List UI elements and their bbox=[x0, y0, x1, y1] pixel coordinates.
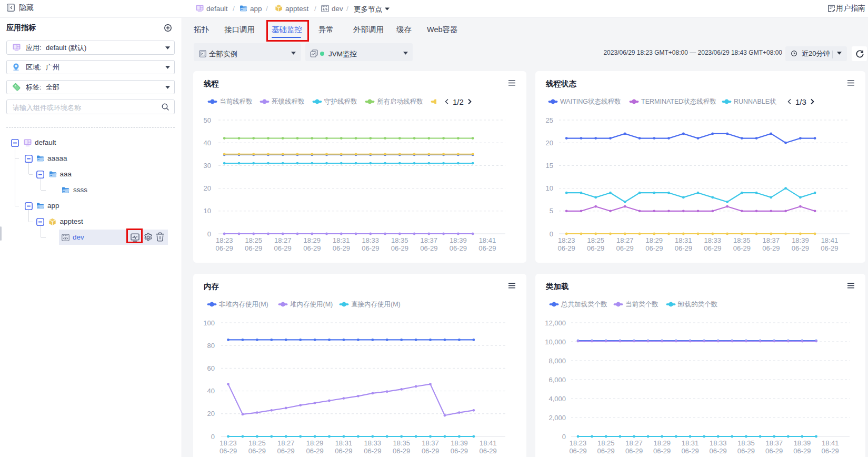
svg-text:06-29: 06-29 bbox=[681, 447, 699, 455]
svg-text:18:29: 18:29 bbox=[653, 439, 671, 447]
svg-text:40: 40 bbox=[207, 387, 215, 395]
svg-text:18:29: 18:29 bbox=[304, 236, 321, 244]
svg-text:06-29: 06-29 bbox=[645, 244, 663, 252]
svg-text:06-29: 06-29 bbox=[303, 244, 321, 252]
svg-text:0: 0 bbox=[211, 433, 215, 441]
svg-text:18:41: 18:41 bbox=[479, 236, 496, 244]
svg-text:06-29: 06-29 bbox=[362, 244, 379, 252]
svg-text:06-29: 06-29 bbox=[480, 447, 497, 455]
svg-text:18:35: 18:35 bbox=[737, 439, 755, 447]
svg-text:06-29: 06-29 bbox=[335, 447, 352, 455]
svg-text:06-29: 06-29 bbox=[277, 447, 295, 455]
svg-text:18:39: 18:39 bbox=[451, 439, 468, 447]
svg-text:18:31: 18:31 bbox=[335, 439, 353, 447]
svg-text:18:41: 18:41 bbox=[821, 236, 839, 244]
svg-text:06-29: 06-29 bbox=[569, 447, 586, 455]
svg-text:18:33: 18:33 bbox=[704, 236, 722, 244]
svg-text:18:39: 18:39 bbox=[794, 439, 811, 447]
svg-text:06-29: 06-29 bbox=[792, 244, 809, 252]
svg-text:06-29: 06-29 bbox=[364, 447, 381, 455]
svg-text:06-29: 06-29 bbox=[765, 447, 783, 455]
svg-text:06-29: 06-29 bbox=[422, 447, 439, 455]
svg-text:06-29: 06-29 bbox=[597, 447, 615, 455]
svg-text:18:23: 18:23 bbox=[570, 439, 587, 447]
svg-text:18:37: 18:37 bbox=[422, 439, 439, 447]
svg-text:20: 20 bbox=[207, 410, 215, 418]
svg-text:06-29: 06-29 bbox=[306, 447, 323, 455]
svg-text:18:33: 18:33 bbox=[364, 439, 382, 447]
svg-text:12,000: 12,000 bbox=[545, 319, 566, 327]
svg-text:20: 20 bbox=[546, 139, 553, 147]
svg-text:18:35: 18:35 bbox=[733, 236, 751, 244]
svg-text:18:29: 18:29 bbox=[306, 439, 324, 447]
svg-text:06-29: 06-29 bbox=[245, 244, 262, 252]
svg-text:100: 100 bbox=[203, 319, 215, 327]
svg-text:06-29: 06-29 bbox=[451, 447, 468, 455]
svg-text:4,000: 4,000 bbox=[548, 395, 566, 403]
svg-text:18:31: 18:31 bbox=[675, 236, 692, 244]
svg-text:06-29: 06-29 bbox=[821, 244, 838, 252]
svg-text:8,000: 8,000 bbox=[548, 357, 566, 365]
svg-text:06-29: 06-29 bbox=[391, 244, 408, 252]
svg-text:18:25: 18:25 bbox=[597, 439, 615, 447]
svg-text:18:41: 18:41 bbox=[480, 439, 497, 447]
svg-text:06-29: 06-29 bbox=[822, 447, 839, 455]
svg-text:18:33: 18:33 bbox=[362, 236, 380, 244]
svg-text:18:23: 18:23 bbox=[558, 236, 575, 244]
svg-text:0: 0 bbox=[550, 230, 553, 238]
svg-text:18:37: 18:37 bbox=[765, 439, 783, 447]
svg-text:06-29: 06-29 bbox=[793, 447, 811, 455]
svg-text:10: 10 bbox=[204, 207, 211, 215]
svg-text:06-29: 06-29 bbox=[625, 447, 643, 455]
svg-text:18:25: 18:25 bbox=[587, 236, 604, 244]
svg-text:18:31: 18:31 bbox=[682, 439, 699, 447]
svg-text:18:27: 18:27 bbox=[616, 236, 634, 244]
svg-text:30: 30 bbox=[204, 162, 211, 170]
svg-text:06-29: 06-29 bbox=[216, 244, 233, 252]
svg-text:18:23: 18:23 bbox=[220, 439, 237, 447]
svg-text:06-29: 06-29 bbox=[762, 244, 780, 252]
svg-text:18:37: 18:37 bbox=[763, 236, 780, 244]
svg-text:06-29: 06-29 bbox=[558, 244, 575, 252]
svg-text:18:35: 18:35 bbox=[393, 439, 410, 447]
svg-text:18:39: 18:39 bbox=[792, 236, 809, 244]
svg-text:0: 0 bbox=[562, 433, 566, 441]
svg-text:06-29: 06-29 bbox=[675, 244, 692, 252]
svg-text:18:23: 18:23 bbox=[216, 236, 233, 244]
svg-text:06-29: 06-29 bbox=[737, 447, 755, 455]
svg-text:18:25: 18:25 bbox=[245, 236, 262, 244]
svg-text:15: 15 bbox=[546, 162, 553, 170]
svg-text:0: 0 bbox=[207, 230, 211, 238]
svg-text:06-29: 06-29 bbox=[710, 447, 727, 455]
svg-text:18:41: 18:41 bbox=[822, 439, 839, 447]
svg-text:06-29: 06-29 bbox=[220, 447, 237, 455]
svg-text:06-29: 06-29 bbox=[704, 244, 721, 252]
svg-text:18:39: 18:39 bbox=[450, 236, 467, 244]
svg-text:06-29: 06-29 bbox=[653, 447, 671, 455]
svg-text:06-29: 06-29 bbox=[333, 244, 350, 252]
svg-text:20: 20 bbox=[204, 184, 211, 192]
svg-text:18:35: 18:35 bbox=[391, 236, 408, 244]
svg-text:50: 50 bbox=[204, 116, 211, 124]
svg-text:06-29: 06-29 bbox=[616, 244, 634, 252]
svg-text:06-29: 06-29 bbox=[478, 244, 496, 252]
svg-text:06-29: 06-29 bbox=[248, 447, 266, 455]
svg-text:10,000: 10,000 bbox=[545, 338, 566, 346]
svg-text:5: 5 bbox=[550, 207, 553, 215]
svg-text:40: 40 bbox=[204, 139, 211, 147]
svg-text:06-29: 06-29 bbox=[274, 244, 292, 252]
svg-text:18:33: 18:33 bbox=[710, 439, 727, 447]
svg-text:18:31: 18:31 bbox=[333, 236, 350, 244]
svg-text:06-29: 06-29 bbox=[450, 244, 467, 252]
svg-text:18:25: 18:25 bbox=[248, 439, 266, 447]
svg-text:18:27: 18:27 bbox=[277, 439, 295, 447]
svg-text:6,000: 6,000 bbox=[548, 376, 566, 384]
svg-text:2,000: 2,000 bbox=[548, 414, 566, 422]
svg-text:60: 60 bbox=[207, 364, 215, 372]
svg-text:25: 25 bbox=[546, 116, 553, 124]
svg-text:06-29: 06-29 bbox=[420, 244, 437, 252]
svg-text:10: 10 bbox=[546, 184, 553, 192]
svg-text:18:29: 18:29 bbox=[646, 236, 663, 244]
svg-text:06-29: 06-29 bbox=[733, 244, 751, 252]
svg-text:06-29: 06-29 bbox=[587, 244, 604, 252]
